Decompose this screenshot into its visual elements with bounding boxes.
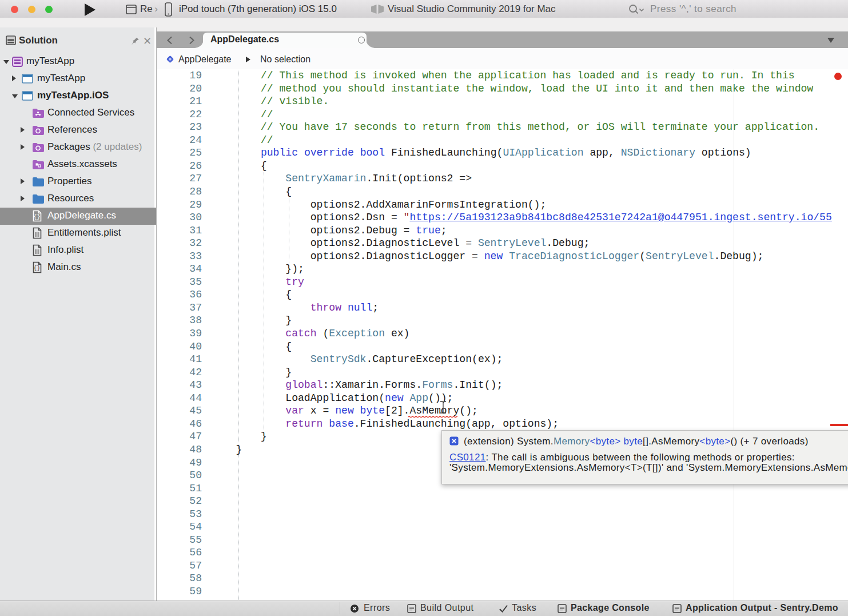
svg-text:{}: {} <box>33 265 40 272</box>
svg-text:{}: {} <box>33 214 40 220</box>
